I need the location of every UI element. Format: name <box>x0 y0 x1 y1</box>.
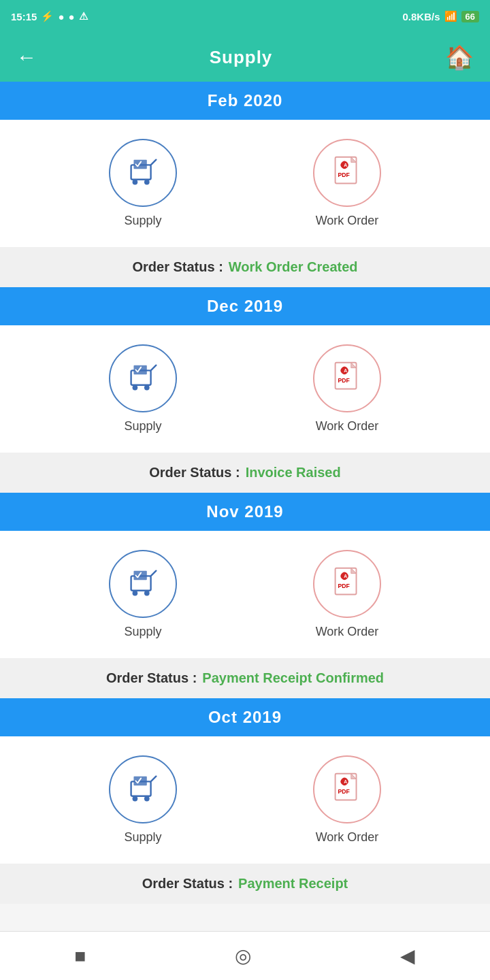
order-status-1: Order Status :Invoice Raised <box>0 453 490 493</box>
order-status-label-3: Order Status : <box>142 876 233 892</box>
icons-row-1: Supply PDF A Work Order <box>0 325 490 453</box>
back-button[interactable]: ← <box>16 46 37 69</box>
svg-point-22 <box>144 591 150 596</box>
svg-text:A: A <box>344 779 347 784</box>
svg-point-21 <box>133 591 138 596</box>
supply-icon-item-2[interactable]: Supply <box>109 550 177 639</box>
bottom-nav: ■ ◎ ◀ <box>0 931 490 980</box>
order-status-value-1: Invoice Raised <box>246 465 341 480</box>
workorder-label-2: Work Order <box>316 625 379 639</box>
order-status-label-0: Order Status : <box>132 259 223 275</box>
order-status-label-1: Order Status : <box>149 465 240 480</box>
workorder-icon-item-2[interactable]: PDF A Work Order <box>313 550 381 639</box>
supply-icon-circle-0 <box>109 139 177 207</box>
signal-icon-1: ● <box>58 11 64 22</box>
icons-row-3: Supply PDF A Work Order <box>0 736 490 864</box>
supply-label-1: Supply <box>124 419 161 434</box>
supply-icon-item-3[interactable]: Supply <box>109 755 177 845</box>
svg-line-33 <box>151 777 157 782</box>
workorder-label-1: Work Order <box>316 419 379 434</box>
order-status-2: Order Status :Payment Receipt Confirmed <box>0 658 490 698</box>
svg-text:PDF: PDF <box>338 583 349 589</box>
section-1: Dec 2019 Supply <box>0 287 490 493</box>
nav-back-button[interactable]: ◀ <box>400 945 415 967</box>
battery-icon: ⚡ <box>41 10 54 22</box>
app-header: ← Supply 🏠 <box>0 33 490 82</box>
warning-icon: ⚠ <box>79 10 88 22</box>
svg-line-13 <box>151 365 157 371</box>
month-banner-0: Feb 2020 <box>0 82 490 120</box>
svg-point-31 <box>133 796 138 802</box>
workorder-icon-circle-3: PDF A <box>313 755 381 823</box>
supply-icon-circle-1 <box>109 344 177 412</box>
status-bar-right: 0.8KB/s 📶 66 <box>403 10 480 22</box>
svg-point-2 <box>144 180 150 185</box>
svg-text:A: A <box>344 368 347 373</box>
workorder-icon-circle-2: PDF A <box>313 550 381 618</box>
order-status-value-0: Work Order Created <box>229 259 358 275</box>
time-display: 15:15 <box>11 11 37 22</box>
order-status-label-2: Order Status : <box>106 670 197 686</box>
svg-text:A: A <box>344 163 347 167</box>
svg-text:A: A <box>344 574 347 578</box>
home-button[interactable]: 🏠 <box>445 44 474 71</box>
workorder-label-0: Work Order <box>316 214 379 228</box>
svg-line-23 <box>151 571 157 576</box>
svg-line-3 <box>151 160 157 165</box>
order-status-value-3: Payment Receipt <box>238 876 348 892</box>
svg-point-12 <box>144 385 150 391</box>
section-0: Feb 2020 Supply <box>0 82 490 287</box>
month-banner-1: Dec 2019 <box>0 287 490 325</box>
icons-row-2: Supply PDF A Work Order <box>0 531 490 658</box>
month-banner-2: Nov 2019 <box>0 493 490 531</box>
workorder-icon-circle-0: PDF A <box>313 139 381 207</box>
supply-icon-circle-2 <box>109 550 177 618</box>
icons-row-0: Supply PDF A Work Order <box>0 120 490 247</box>
svg-text:PDF: PDF <box>338 788 349 795</box>
sections-container: Feb 2020 Supply <box>0 82 490 904</box>
supply-label-3: Supply <box>124 830 161 845</box>
workorder-icon-item-0[interactable]: PDF A Work Order <box>313 139 381 228</box>
battery-level: 66 <box>461 11 479 22</box>
supply-icon-circle-3 <box>109 755 177 823</box>
nav-home-button[interactable]: ◎ <box>235 945 251 967</box>
wifi-icon: 📶 <box>444 10 457 22</box>
nav-square-button[interactable]: ■ <box>75 945 86 967</box>
workorder-icon-circle-1: PDF A <box>313 344 381 412</box>
supply-label-2: Supply <box>124 625 161 639</box>
svg-point-11 <box>133 385 138 391</box>
svg-point-1 <box>133 180 138 185</box>
month-banner-3: Oct 2019 <box>0 698 490 736</box>
svg-point-32 <box>144 796 150 802</box>
svg-text:PDF: PDF <box>338 377 349 384</box>
svg-text:PDF: PDF <box>338 172 349 178</box>
supply-icon-item-0[interactable]: Supply <box>109 139 177 228</box>
order-status-value-2: Payment Receipt Confirmed <box>202 670 384 686</box>
order-status-3: Order Status :Payment Receipt <box>0 864 490 904</box>
signal-icon-2: ● <box>68 11 74 22</box>
section-3: Oct 2019 Supply <box>0 698 490 904</box>
order-status-0: Order Status :Work Order Created <box>0 247 490 287</box>
workorder-icon-item-3[interactable]: PDF A Work Order <box>313 755 381 845</box>
supply-icon-item-1[interactable]: Supply <box>109 344 177 434</box>
workorder-label-3: Work Order <box>316 830 379 845</box>
status-bar: 15:15 ⚡ ● ● ⚠ 0.8KB/s 📶 66 <box>0 0 490 33</box>
section-2: Nov 2019 Supply <box>0 493 490 698</box>
workorder-icon-item-1[interactable]: PDF A Work Order <box>313 344 381 434</box>
supply-label-0: Supply <box>124 214 161 228</box>
page-title: Supply <box>210 47 273 68</box>
status-bar-left: 15:15 ⚡ ● ● ⚠ <box>11 10 88 22</box>
speed-display: 0.8KB/s <box>403 11 440 22</box>
